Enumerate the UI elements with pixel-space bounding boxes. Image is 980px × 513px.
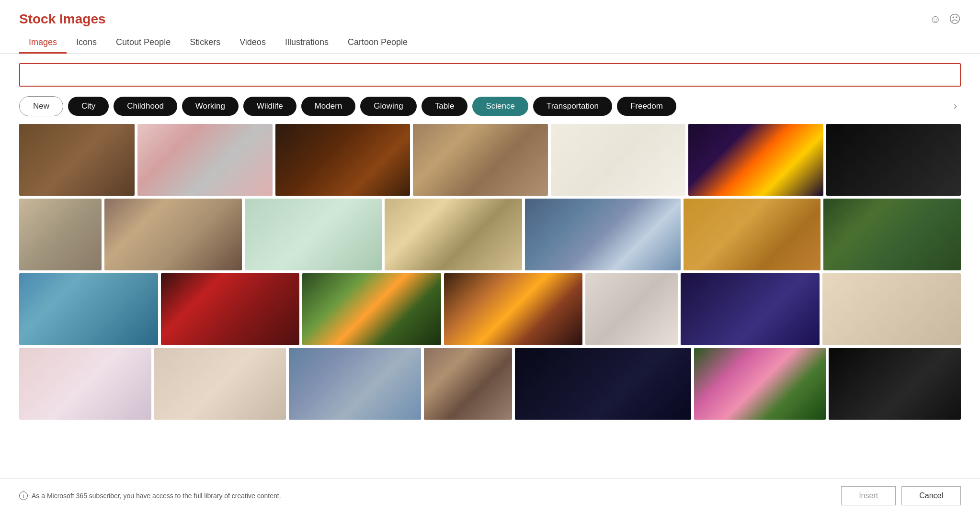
image-item[interactable] (551, 124, 685, 196)
tab-bar: Images Icons Cutout People Stickers Vide… (0, 27, 980, 54)
filter-table[interactable]: Table (422, 97, 468, 116)
filter-freedom[interactable]: Freedom (617, 97, 676, 116)
image-item[interactable] (161, 273, 300, 345)
filter-science[interactable]: Science (472, 97, 528, 116)
filter-row: New City Childhood Working Wildlife Mode… (0, 96, 980, 124)
insert-button[interactable]: Insert (841, 486, 896, 505)
image-row-1 (19, 124, 961, 196)
image-item[interactable] (104, 199, 242, 270)
cancel-button[interactable]: Cancel (901, 486, 961, 505)
frown-icon[interactable]: ☹ (949, 12, 961, 26)
footer-buttons: Insert Cancel (841, 486, 961, 505)
filter-wildlife[interactable]: Wildlife (243, 97, 296, 116)
filter-new[interactable]: New (19, 96, 63, 116)
tab-stickers[interactable]: Stickers (180, 33, 230, 54)
image-row-4 (19, 348, 961, 420)
image-item[interactable] (515, 348, 691, 420)
image-item[interactable] (525, 199, 681, 270)
filter-childhood[interactable]: Childhood (114, 97, 177, 116)
tab-cutout-people[interactable]: Cutout People (106, 33, 180, 54)
image-item[interactable] (688, 124, 823, 196)
image-item[interactable] (413, 124, 547, 196)
image-item[interactable] (245, 199, 382, 270)
tab-cartoon-people[interactable]: Cartoon People (338, 33, 417, 54)
header-icons: ☺ ☹ (929, 12, 961, 26)
image-item[interactable] (385, 199, 522, 270)
image-item[interactable] (444, 273, 583, 345)
image-item[interactable] (154, 348, 286, 420)
image-row-3 (19, 273, 961, 345)
tab-illustrations[interactable]: Illustrations (275, 33, 338, 54)
image-item[interactable] (19, 199, 102, 270)
image-item[interactable] (681, 273, 820, 345)
tab-images[interactable]: Images (19, 33, 67, 54)
footer-info-text: As a Microsoft 365 subscriber, you have … (32, 492, 281, 500)
info-icon: i (19, 491, 28, 500)
filter-next-arrow[interactable]: › (950, 98, 961, 114)
image-item[interactable] (684, 199, 821, 270)
footer-info: i As a Microsoft 365 subscriber, you hav… (19, 491, 281, 500)
image-item[interactable] (829, 348, 961, 420)
image-item[interactable] (19, 273, 158, 345)
tab-videos[interactable]: Videos (230, 33, 275, 54)
tab-icons[interactable]: Icons (67, 33, 106, 54)
stock-images-dialog: Stock Images ☺ ☹ Images Icons Cutout Peo… (0, 0, 980, 513)
smile-icon[interactable]: ☺ (929, 12, 941, 26)
filter-glowing[interactable]: Glowing (360, 97, 416, 116)
dialog-title: Stock Images (19, 11, 106, 27)
image-item[interactable] (289, 348, 421, 420)
image-grid (0, 124, 980, 478)
image-item[interactable] (822, 273, 961, 345)
filter-working[interactable]: Working (182, 97, 239, 116)
dialog-header: Stock Images ☺ ☹ (0, 0, 980, 27)
image-item[interactable] (694, 348, 826, 420)
image-item[interactable] (424, 348, 512, 420)
image-item[interactable] (19, 124, 135, 196)
filter-city[interactable]: City (68, 97, 109, 116)
image-item[interactable] (302, 273, 441, 345)
image-item[interactable] (823, 199, 961, 270)
search-bar (19, 63, 961, 87)
search-input[interactable] (20, 64, 960, 86)
footer: i As a Microsoft 365 subscriber, you hav… (0, 478, 980, 513)
image-item[interactable] (19, 348, 151, 420)
filter-transportation[interactable]: Transportation (533, 97, 612, 116)
image-item[interactable] (585, 273, 678, 345)
image-item[interactable] (275, 124, 410, 196)
image-item[interactable] (826, 124, 961, 196)
image-row-2 (19, 199, 961, 270)
filter-modern[interactable]: Modern (301, 97, 356, 116)
image-item[interactable] (137, 124, 272, 196)
